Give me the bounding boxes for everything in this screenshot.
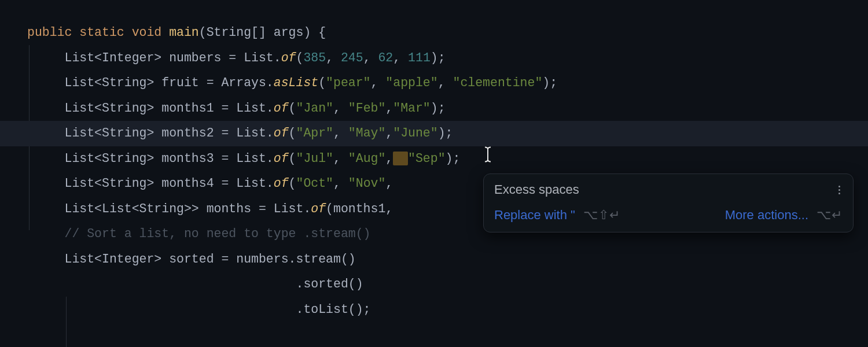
method-name: main bbox=[169, 25, 199, 39]
more-options-icon[interactable] bbox=[836, 183, 843, 197]
params: (String[] args) { bbox=[199, 25, 326, 39]
code-line[interactable]: List<String> fruit = Arrays.asList("pear… bbox=[0, 71, 868, 96]
shortcut-label: ⌥⇧↵ bbox=[583, 208, 620, 223]
code-line[interactable]: List<String> months1 = List.of("Jan", "F… bbox=[0, 96, 868, 121]
shortcut-label: ⌥↵ bbox=[816, 208, 843, 223]
code-editor[interactable]: public static void main(String[] args) {… bbox=[0, 0, 868, 322]
code-line-active[interactable]: List<String> months2 = List.of("Apr", "M… bbox=[0, 121, 868, 146]
code-line[interactable]: List<Integer> sorted = numbers.stream() bbox=[0, 247, 868, 272]
code-line[interactable]: .toList(); bbox=[0, 297, 868, 323]
code-line[interactable]: List<String> months3 = List.of("Jul", "A… bbox=[0, 146, 868, 172]
code-line[interactable]: List<Integer> numbers = List.of(385, 245… bbox=[0, 46, 868, 71]
code-line[interactable]: public static void main(String[] args) { bbox=[0, 20, 868, 46]
comment: // Sort a list, no need to type .stream(… bbox=[65, 227, 371, 241]
keywords: public static void bbox=[27, 25, 161, 39]
popup-title: Excess spaces bbox=[494, 182, 579, 197]
code-line[interactable]: .sorted() bbox=[0, 272, 868, 297]
replace-action[interactable]: Replace with " bbox=[494, 208, 575, 223]
warning-highlight[interactable] bbox=[393, 152, 408, 165]
inspection-popup[interactable]: Excess spaces Replace with " ⌥⇧↵ More ac… bbox=[483, 174, 854, 232]
more-actions-link[interactable]: More actions... bbox=[725, 208, 808, 223]
